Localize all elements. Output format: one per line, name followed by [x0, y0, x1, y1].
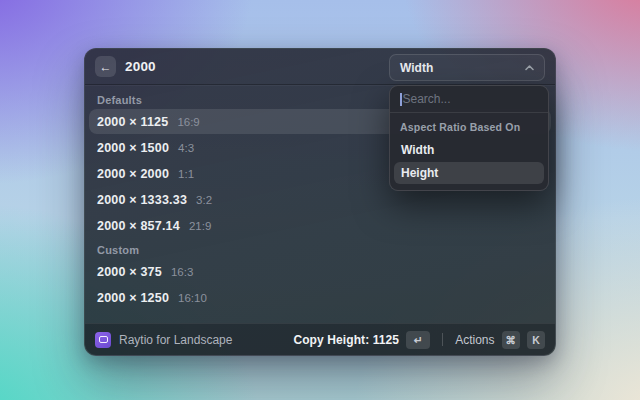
list-item[interactable]: 2000 × 375 16:3	[89, 259, 551, 284]
aspect-ratio-dropdown[interactable]: Width	[389, 54, 545, 81]
list-item-ratio: 21:9	[189, 220, 211, 232]
actions-button[interactable]: Actions	[455, 333, 494, 347]
popup-menu-item[interactable]: Width	[394, 139, 544, 161]
primary-action-label[interactable]: Copy Height: 1125	[293, 333, 399, 347]
popup-item-list: WidthHeight	[390, 139, 548, 184]
raycast-window: ← 2000 Width Defaults 2000 × 1125 16:9 2…	[84, 48, 556, 356]
footer-app-info: Raytio for Landscape	[95, 332, 232, 348]
command-key-badge: ⌘	[502, 331, 521, 349]
footer-bar: Raytio for Landscape Copy Height: 1125 ↵…	[85, 323, 555, 355]
footer-divider	[442, 333, 443, 346]
list-item-size: 2000 × 1333.33	[97, 193, 187, 207]
popup-search-input[interactable]: Search...	[390, 86, 548, 113]
section-header: Custom	[89, 239, 551, 258]
frame-icon	[99, 336, 108, 343]
list-item-size: 2000 × 1125	[97, 115, 168, 129]
page-title: 2000	[125, 59, 156, 74]
list-item-size: 2000 × 1250	[97, 291, 169, 305]
arrow-left-icon: ←	[100, 61, 112, 73]
list-item-size: 2000 × 375	[97, 265, 162, 279]
list-item-ratio: 16:3	[171, 266, 193, 278]
popup-section-title: Aspect Ratio Based On	[390, 113, 548, 138]
chevron-up-icon	[525, 65, 534, 71]
app-name: Raytio for Landscape	[119, 333, 232, 347]
popup-menu-item[interactable]: Height	[394, 162, 544, 184]
dropdown-value: Width	[400, 61, 433, 75]
list-item-ratio: 1:1	[178, 168, 194, 180]
raytio-app-icon	[95, 332, 111, 348]
list-item[interactable]: 2000 × 857.14 21:9	[89, 213, 551, 238]
k-key-badge: K	[527, 331, 545, 349]
footer-actions: Copy Height: 1125 ↵ Actions ⌘ K	[293, 331, 545, 349]
text-caret	[400, 93, 402, 106]
list-item-ratio: 3:2	[196, 194, 212, 206]
enter-key-badge: ↵	[406, 331, 430, 349]
list-item[interactable]: 2000 × 1250 16:10	[89, 285, 551, 310]
list-item-size: 2000 × 857.14	[97, 219, 180, 233]
window-header: ← 2000 Width	[85, 49, 555, 85]
dropdown-popup: Search... Aspect Ratio Based On WidthHei…	[389, 85, 549, 191]
list-item-ratio: 4:3	[178, 142, 194, 154]
search-placeholder: Search...	[403, 92, 451, 106]
desktop-background: ← 2000 Width Defaults 2000 × 1125 16:9 2…	[0, 0, 640, 400]
list-item-ratio: 16:10	[178, 292, 207, 304]
back-button[interactable]: ←	[95, 56, 116, 77]
list-item-size: 2000 × 1500	[97, 141, 169, 155]
list-item-size: 2000 × 2000	[97, 167, 169, 181]
list-item-ratio: 16:9	[177, 116, 199, 128]
